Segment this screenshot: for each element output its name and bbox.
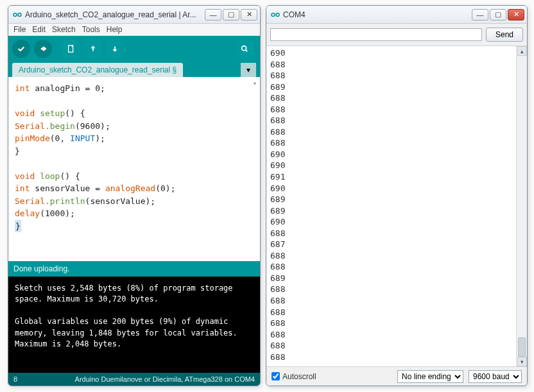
menu-sketch[interactable]: Sketch (52, 25, 76, 34)
close-button[interactable]: ✕ (241, 9, 257, 21)
menubar: File Edit Sketch Tools Help (8, 24, 260, 36)
ide-titlebar[interactable]: Arduino_sketch_CO2_analogue_read_serial … (8, 6, 260, 24)
scroll-track[interactable] (517, 56, 527, 357)
arduino-ide-window: Arduino_sketch_CO2_analogue_read_serial … (8, 5, 261, 386)
svg-point-3 (242, 46, 246, 51)
autoscroll-label: Autoscroll (282, 372, 316, 381)
serial-send-bar: Send (266, 24, 527, 46)
send-button[interactable]: Send (486, 28, 523, 42)
scroll-down-icon[interactable]: ▾ (517, 357, 527, 366)
save-button[interactable] (106, 40, 124, 58)
serial-input[interactable] (270, 28, 482, 41)
close-button[interactable]: ✕ (508, 9, 524, 21)
arduino-icon (270, 10, 280, 20)
tabbar: Arduino_sketch_CO2_analogue_read_serial … (8, 62, 260, 77)
upload-button[interactable] (34, 40, 52, 58)
serial-monitor-window: COM4 — ▢ ✕ Send 690 688 688 689 688 688 … (266, 5, 528, 386)
maximize-button[interactable]: ▢ (223, 9, 239, 21)
arduino-icon (12, 10, 22, 20)
line-ending-select[interactable]: No line ending (397, 370, 463, 383)
code-editor[interactable]: ▴ int analogPin = 0; void setup() { Seri… (8, 77, 260, 261)
build-status: Done uploading. (8, 261, 260, 277)
sketch-tab[interactable]: Arduino_sketch_CO2_analogue_read_serial … (12, 63, 183, 77)
serial-output-area: 690 688 688 689 688 688 688 688 688 690 … (266, 46, 527, 366)
svg-point-4 (271, 13, 275, 16)
serial-titlebar[interactable]: COM4 — ▢ ✕ (266, 6, 527, 24)
serial-output[interactable]: 690 688 688 689 688 688 688 688 688 690 … (266, 46, 516, 366)
menu-tools[interactable]: Tools (82, 25, 100, 34)
autoscroll-input[interactable] (271, 372, 280, 380)
build-console[interactable]: Sketch uses 2,548 bytes (8%) of program … (8, 277, 260, 373)
tab-menu-button[interactable]: ▾ (241, 63, 256, 77)
serial-bottom-bar: Autoscroll No line ending 9600 baud (266, 366, 527, 386)
scrollbar[interactable]: ▴ ▾ (516, 46, 527, 366)
minimize-button[interactable]: — (472, 9, 488, 21)
maximize-button[interactable]: ▢ (490, 9, 506, 21)
svg-point-0 (13, 13, 17, 16)
serial-title: COM4 (283, 10, 472, 19)
serial-monitor-button[interactable] (236, 40, 254, 58)
ide-footer: 8 Arduino Duemilanove or Diecimila, ATme… (8, 373, 260, 386)
svg-point-1 (18, 13, 21, 16)
menu-file[interactable]: File (13, 25, 26, 34)
new-button[interactable] (62, 40, 80, 58)
baud-select[interactable]: 9600 baud (469, 370, 522, 383)
board-info: Arduino Duemilanove or Diecimila, ATmega… (75, 375, 255, 383)
toolbar (8, 36, 260, 62)
scroll-thumb[interactable] (518, 337, 526, 357)
open-button[interactable] (84, 40, 102, 58)
svg-point-5 (276, 13, 279, 16)
scroll-up-icon[interactable]: ▴ (517, 46, 527, 56)
minimize-button[interactable]: — (205, 9, 221, 21)
scroll-up-icon[interactable]: ▴ (251, 78, 259, 86)
menu-edit[interactable]: Edit (32, 25, 46, 34)
menu-help[interactable]: Help (107, 25, 123, 34)
line-number: 8 (13, 375, 17, 383)
ide-title: Arduino_sketch_CO2_analogue_read_serial … (25, 10, 205, 19)
autoscroll-checkbox[interactable]: Autoscroll (271, 372, 316, 381)
verify-button[interactable] (12, 40, 30, 58)
